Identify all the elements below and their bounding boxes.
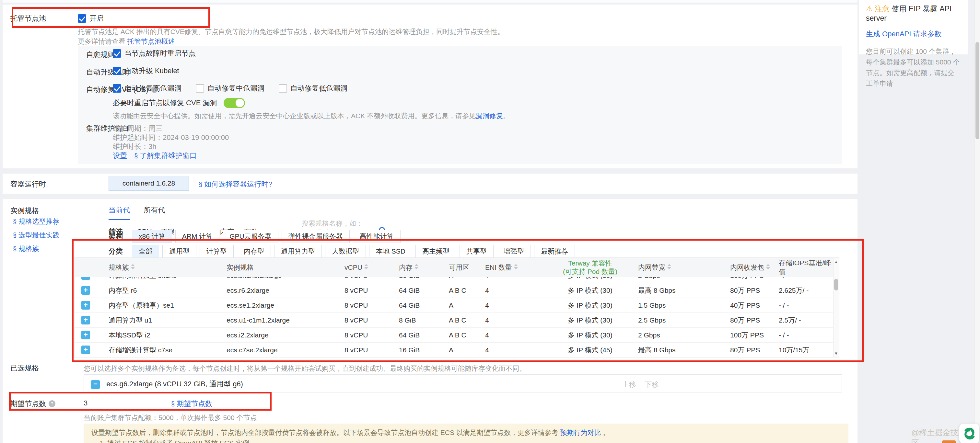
cve-option-2[interactable]: 自动修复低危漏洞 xyxy=(279,84,347,92)
sort-icon[interactable] xyxy=(415,264,418,270)
runtime-help-link[interactable]: 如何选择容器运行时? xyxy=(204,180,272,188)
category-label: 分类 xyxy=(108,247,123,255)
category-button-10[interactable]: 最新推荐 xyxy=(534,245,575,258)
selected-spec-desc: 您可以选择多个实例规格作为备选，每个节点创建时，将从第一个规格开始尝试购买，直到… xyxy=(84,364,526,373)
cve-fix-link[interactable]: 漏洞修复 xyxy=(476,112,503,119)
managed-pool-enable[interactable]: 开启 xyxy=(78,14,104,23)
desired-nodes-label: 期望节点数? xyxy=(10,399,56,409)
col-header-7[interactable]: 内网带宽 xyxy=(632,258,724,277)
cve-option-1[interactable]: 自动修复中危漏洞 xyxy=(196,84,264,92)
sort-icon[interactable] xyxy=(667,264,671,270)
page-scrollbar-thumb[interactable] xyxy=(975,42,979,139)
category-button-1[interactable]: 通用型 xyxy=(162,245,196,258)
add-spec-button[interactable]: + xyxy=(81,277,90,280)
table-row[interactable]: +通用算力型 u1ecs.u1-c1m1.2xlarge8 vCPU8 GiBA… xyxy=(75,313,835,328)
auto-upgrade-checkbox[interactable] xyxy=(113,67,121,75)
maintain-learn-link[interactable]: 了解集群维护窗口 xyxy=(140,152,197,160)
category-button-5[interactable]: 大数据型 xyxy=(325,245,366,258)
green-knot-float-icon[interactable] xyxy=(959,424,979,443)
link-icon: § xyxy=(171,400,175,407)
managed-pool-desc: 托管节点池是 ACK 推出的具有CVE修复、节点自愈等能力的免运维型节点池，极大… xyxy=(78,27,504,36)
managed-pool-overview-link[interactable]: 托管节点池概述 xyxy=(127,38,175,45)
tab-all-generations[interactable]: 所有代 xyxy=(143,205,165,219)
auto-upgrade-option[interactable]: 自动升级 Kubelet xyxy=(113,66,179,76)
add-spec-button[interactable]: + xyxy=(81,330,90,339)
table-row[interactable]: +内存型（原独享）se1ecs.se1.2xlarge8 vCPU64 GiBA… xyxy=(75,298,835,313)
self-heal-checkbox[interactable] xyxy=(113,49,121,58)
category-button-3[interactable]: 内存型 xyxy=(237,245,271,258)
right-sidebar: ⚠ 注意 使用 EIP 暴露 API server 生成 OpenAPI 请求参… xyxy=(859,0,968,54)
eip-warning: ⚠ 注意 使用 EIP 暴露 API server xyxy=(866,4,961,23)
category-button-8[interactable]: 共享型 xyxy=(460,245,493,258)
page-scrollbar[interactable] xyxy=(974,0,980,443)
cve-option-0[interactable]: 自动修复高危漏洞 xyxy=(113,84,181,92)
add-spec-button[interactable]: + xyxy=(81,286,90,295)
arch-button-1[interactable]: ARM 计算 xyxy=(175,230,220,243)
side-link-0[interactable]: §规格选型推荐 xyxy=(13,217,59,226)
category-button-6[interactable]: 本地 SSD xyxy=(369,245,412,258)
selected-spec-item: ecs.g6.2xlarge (8 vCPU 32 GiB, 通用型 g6) xyxy=(106,380,243,388)
side-link-2[interactable]: §规格族 xyxy=(13,244,59,253)
sort-icon[interactable] xyxy=(514,264,518,270)
cve-checkbox[interactable] xyxy=(196,84,204,93)
arch-button-3[interactable]: 弹性裸金属服务器 xyxy=(282,230,350,243)
cve-checkbox[interactable] xyxy=(113,84,121,93)
sort-icon[interactable] xyxy=(364,264,368,270)
orange-float-icon[interactable] xyxy=(942,440,956,443)
scrollbar-thumb[interactable] xyxy=(834,279,838,291)
self-heal-option[interactable]: 当节点故障时重启节点 xyxy=(113,49,196,58)
move-up-button[interactable]: 上移 xyxy=(622,381,636,389)
add-spec-button[interactable]: + xyxy=(81,316,90,324)
sort-icon[interactable] xyxy=(766,264,770,270)
arch-button-4[interactable]: 高性能计算 xyxy=(353,230,401,243)
cve-checkbox[interactable] xyxy=(279,84,287,93)
category-button-0[interactable]: 全部 xyxy=(132,245,159,258)
knot-icon xyxy=(962,426,977,441)
table-row[interactable]: +内存型 r6ecs.r6.2xlarge8 vCPU64 GiBA B C4多… xyxy=(75,283,835,298)
spec-table-body[interactable]: +计算网络增强型 sn1neecs.sn1ne.2xlarge8 vCPU16 … xyxy=(75,277,839,357)
remove-spec-button[interactable]: − xyxy=(91,380,100,389)
category-button-9[interactable]: 增强型 xyxy=(497,245,531,258)
warning-icon: ⚠ xyxy=(866,5,873,13)
col-header-2[interactable]: vCPU xyxy=(338,258,393,277)
desired-nodes-link[interactable]: 期望节点数 xyxy=(177,400,212,408)
link-icon: § xyxy=(134,152,138,159)
link-icon: § xyxy=(13,232,16,239)
side-link-1[interactable]: §选型最佳实践 xyxy=(13,230,59,240)
behavior-compare-link[interactable]: 预期行为对比 xyxy=(560,429,601,436)
col-header-0[interactable]: 规格族 xyxy=(102,258,220,277)
table-row[interactable]: +存储增强计算型 c7seecs.c7se.2xlarge8 vCPU16 Gi… xyxy=(75,343,835,357)
spec-side-links: §规格选型推荐§选型最佳实践§规格族 xyxy=(13,217,59,258)
maintain-set-link[interactable]: 设置 xyxy=(113,152,127,160)
move-down-button[interactable]: 下移 xyxy=(644,381,659,389)
category-button-2[interactable]: 计算型 xyxy=(200,245,234,258)
col-header-5[interactable]: ENI 数量 xyxy=(479,258,542,277)
desired-nodes-help-icon[interactable]: ? xyxy=(49,400,56,407)
spec-table: 规格族实例规格vCPU内存可用区ENI 数量Terway 兼容性(可支持 Pod… xyxy=(75,257,839,358)
arch-button-0[interactable]: x86 计算 xyxy=(132,230,172,243)
cve-options: 自动修复高危漏洞自动修复中危漏洞自动修复低危漏洞 xyxy=(113,84,362,93)
arch-row: 架构x86 计算ARM 计算GPU云服务器弹性裸金属服务器高性能计算 xyxy=(108,230,404,243)
add-spec-button[interactable]: + xyxy=(81,301,90,310)
cve-restart-toggle[interactable] xyxy=(224,98,245,108)
category-button-7[interactable]: 高主频型 xyxy=(415,245,456,258)
desired-nodes-input[interactable]: 3 xyxy=(84,399,161,410)
add-spec-button[interactable]: + xyxy=(81,346,90,354)
enable-checkbox[interactable] xyxy=(78,14,86,23)
runtime-value-box[interactable]: containerd 1.6.28 xyxy=(108,176,189,191)
col-header-8[interactable]: 内网收发包 xyxy=(724,258,772,277)
generate-openapi-link[interactable]: 生成 OpenAPI 请求参数 xyxy=(866,29,961,39)
enable-label: 开启 xyxy=(89,14,104,22)
scroll-down-icon[interactable]: ▼ xyxy=(834,351,839,356)
node-quota-text: 当前账户集群节点配额：5000，单次操作最多 500 个节点 xyxy=(84,413,257,422)
table-row[interactable]: +本地SSD型 i2ecs.i2.2xlarge8 vCPU64 GiBA B … xyxy=(75,328,835,343)
col-header-3[interactable]: 内存 xyxy=(393,258,442,277)
scroll-up-icon[interactable]: ▲ xyxy=(834,259,839,264)
tab-current-generation[interactable]: 当前代 xyxy=(108,205,130,220)
arch-button-2[interactable]: GPU云服务器 xyxy=(223,230,278,243)
category-button-4[interactable]: 通用算力型 xyxy=(274,245,322,258)
table-scrollbar[interactable]: ▲ ▼ xyxy=(833,258,839,357)
more-detail-prefix: 更多详情请查看 xyxy=(78,38,127,45)
sort-icon[interactable] xyxy=(131,264,135,270)
table-row[interactable]: +计算网络增强型 sn1neecs.sn1ne.2xlarge8 vCPU16 … xyxy=(75,277,835,283)
